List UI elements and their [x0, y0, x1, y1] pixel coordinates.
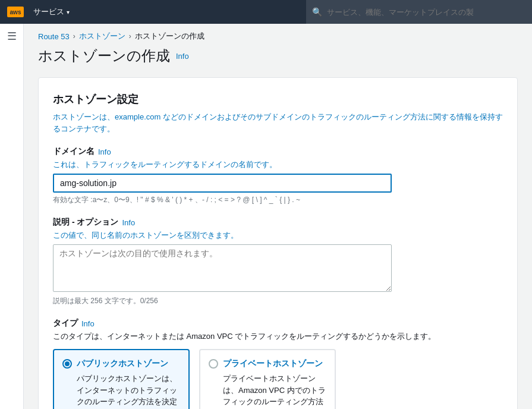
breadcrumb-current: ホストゾーンの作成 [135, 31, 204, 42]
search-icon: 🔍 [312, 7, 322, 17]
breadcrumb-sep-2: › [129, 32, 131, 40]
type-public-title: パブリックホストゾーン [77, 358, 168, 369]
breadcrumb-sep-1: › [73, 32, 75, 40]
page-title: ホストゾーンの作成 [38, 46, 170, 65]
domain-name-label: ドメイン名 [53, 146, 95, 157]
type-label: タイプ [53, 318, 78, 329]
type-public-card[interactable]: パブリックホストゾーン パブリックホストゾーンは、インターネットのトラフィックの… [53, 349, 190, 409]
form-card: ホストゾーン設定 ホストゾーンは、example.com などのドメインおよびそ… [38, 77, 518, 409]
aws-logo-box: aws [7, 7, 24, 17]
top-navigation: aws サービス ▾ 🔍 [0, 0, 532, 24]
chevron-down-icon: ▾ [67, 9, 70, 15]
breadcrumb-hosted-zones[interactable]: ホストゾーン [79, 31, 125, 42]
section-desc: ホストゾーンは、example.com などのドメインおよびそのサブドメインのト… [53, 111, 503, 134]
description-field-group: 説明 - オプション Info この値で、同じ名前のホストゾーンを区別できます。… [53, 217, 503, 306]
sidebar-toggle: ☰ [0, 24, 24, 409]
type-desc: このタイプは、インターネットまたは Amazon VPC でトラフィックをルーテ… [53, 331, 503, 342]
type-private-card[interactable]: プライベートホストゾーン プライベートホストゾーンは、Amazon VPC 内で… [199, 349, 336, 409]
description-info[interactable]: Info [122, 218, 135, 227]
description-label: 説明 - オプション [53, 217, 118, 228]
description-textarea[interactable] [53, 244, 392, 292]
type-private-desc: プライベートホストゾーンは、Amazon VPC 内でのトラフィックのルーティン… [209, 373, 326, 409]
type-info[interactable]: Info [81, 319, 95, 328]
section-title: ホストゾーン設定 [53, 92, 503, 106]
hamburger-icon[interactable]: ☰ [7, 31, 17, 409]
search-input[interactable] [327, 8, 526, 17]
page-title-row: ホストゾーンの作成 Info [24, 46, 532, 77]
domain-name-desc: これは、トラフィックをルーティングするドメインの名前です。 [53, 159, 503, 170]
domain-name-field-group: ドメイン名 Info これは、トラフィックをルーティングするドメインの名前です。… [53, 146, 503, 205]
type-public-desc: パブリックホストゾーンは、インターネットのトラフィックのルーティング方法を決定し… [62, 373, 180, 409]
type-field-group: タイプ Info このタイプは、インターネットまたは Amazon VPC でト… [53, 318, 503, 409]
radio-private-dot [209, 359, 218, 369]
type-radio-cards: パブリックホストゾーン パブリックホストゾーンは、インターネットのトラフィックの… [53, 349, 503, 409]
global-search[interactable]: 🔍 [306, 0, 532, 24]
type-private-title: プライベートホストゾーン [223, 358, 323, 369]
radio-public-dot [62, 359, 72, 369]
domain-name-input[interactable] [53, 174, 392, 193]
aws-logo: aws [7, 7, 24, 17]
breadcrumb: Route 53 › ホストゾーン › ホストゾーンの作成 [24, 24, 532, 46]
domain-name-info[interactable]: Info [98, 147, 111, 156]
domain-name-hint: 有効な文字 :a〜z、0〜9、! " # $ % & ' ( ) * + 、- … [53, 195, 503, 205]
description-desc: この値で、同じ名前のホストゾーンを区別できます。 [53, 230, 503, 241]
page-info-link[interactable]: Info [176, 52, 189, 61]
services-menu[interactable]: サービス ▾ [33, 7, 70, 17]
breadcrumb-route53[interactable]: Route 53 [38, 32, 70, 41]
main-content: Route 53 › ホストゾーン › ホストゾーンの作成 ホストゾーンの作成 … [24, 24, 532, 409]
description-hint: 説明は最大 256 文字です。0/256 [53, 296, 503, 306]
